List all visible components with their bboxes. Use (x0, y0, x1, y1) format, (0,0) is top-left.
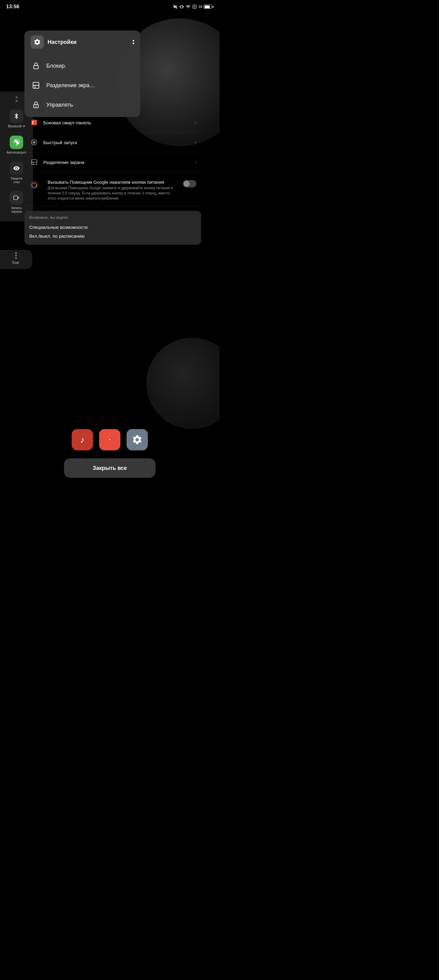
close-small-icon (192, 5, 196, 9)
overflow-dot (132, 40, 134, 41)
google-assistant-toggle[interactable] (183, 180, 196, 188)
divider (24, 172, 201, 175)
moon-background-bottom (146, 338, 219, 429)
context-action-block[interactable]: Блокир. (24, 56, 140, 76)
settings-bottom-icon (132, 434, 143, 445)
screenrecord-label: Запись экрана (7, 206, 26, 213)
google-assistant-text: Вызывать Помощник Google нажатием кнопки… (48, 180, 179, 201)
music-symbol: ♪ (80, 434, 85, 445)
more-label: Еще (13, 261, 19, 264)
split-screen-icon (32, 81, 40, 89)
settings-item-screen-split[interactable]: Разделение экрана › (24, 152, 201, 172)
wifi-icon (186, 4, 190, 9)
divider2 (24, 206, 201, 208)
manage-icon (32, 100, 40, 109)
toggle-knob (184, 181, 190, 187)
screen-split-chevron: › (195, 159, 196, 165)
overflow-menu-icon[interactable] (132, 40, 134, 44)
context-menu-app-name: Настройки (48, 39, 77, 45)
settings-item-quick-launch[interactable]: Быстрый запуск › (24, 132, 201, 152)
maybe-item-schedule[interactable]: Вкл./выкл. по расписанию (29, 232, 196, 240)
google-assistant-desc: Для вызова Помощника Google нажмите и уд… (48, 186, 179, 201)
svg-point-16 (34, 142, 35, 143)
sidebar-dots (16, 96, 18, 102)
settings-content: Боковая смарт-панель › Быстрый запуск › (24, 113, 201, 247)
record-svg (13, 194, 20, 201)
more-dots (15, 252, 17, 259)
manage-label: Управлять (46, 102, 73, 108)
status-bar: 13:56 34 (0, 0, 219, 13)
context-action-split[interactable]: Разделение экра… (24, 76, 140, 95)
lock-icon (32, 62, 40, 70)
bluetooth-label: Bluetooth ▾ (8, 124, 25, 128)
google-assistant-icon (29, 180, 39, 190)
rotate-svg (13, 139, 20, 146)
context-menu-app-info: Настройки (30, 35, 77, 49)
sidebar-dot (16, 100, 18, 102)
block-label: Блокир. (46, 63, 66, 69)
mute-icon (173, 4, 178, 9)
status-icons: 34 (173, 4, 213, 9)
svg-marker-5 (18, 197, 19, 199)
close-all-button[interactable]: Закрыть все (64, 458, 155, 478)
bottom-apps-row: ♪ · (72, 429, 148, 450)
svg-rect-12 (31, 120, 37, 125)
context-menu-header: Настройки (24, 30, 140, 54)
smart-panel-chevron: › (195, 120, 196, 125)
quick-launch-text: Быстрый запуск (43, 140, 190, 145)
battery-indicator: 34 (198, 5, 213, 9)
more-dot (15, 255, 17, 256)
google-assistant-title: Вызывать Помощник Google нажатием кнопки… (48, 180, 179, 185)
split-label: Разделение экра… (46, 82, 95, 89)
bluetooth-svg (13, 113, 20, 119)
screen-split-text: Разделение экрана (43, 160, 190, 165)
app-icon-music[interactable]: ♪ (72, 429, 93, 450)
smart-panel-title: Боковая смарт-панель (43, 120, 190, 125)
google-svg (30, 181, 38, 189)
maybe-looking-for-section: Возможно, вы ищете: Специальные возможно… (24, 211, 201, 245)
maybe-title: Возможно, вы ищете: (29, 215, 196, 220)
context-menu-actions: Блокир. Разделение экра… У (24, 54, 140, 117)
panel-svg (30, 119, 38, 126)
status-time: 13:56 (6, 4, 19, 10)
smart-panel-text: Боковая смарт-панель (43, 120, 190, 125)
quick-launch-title: Быстрый запуск (43, 140, 190, 145)
autorotate-label: Автоповорот (7, 151, 27, 154)
sidebar-dot (16, 96, 18, 99)
quick-launch-icon (29, 137, 39, 147)
autorotate-toggle-icon (10, 135, 23, 149)
eye-svg (13, 165, 20, 172)
battery-percent: 34 (198, 5, 203, 9)
settings-app-icon (30, 35, 44, 49)
more-dot (15, 257, 17, 259)
mi-symbol: · (109, 436, 111, 444)
svg-rect-13 (32, 121, 33, 124)
bluetooth-toggle-icon (10, 110, 23, 123)
svg-rect-4 (14, 196, 18, 200)
screen-split-title: Разделение экрана (43, 160, 190, 165)
eyeprotect-label: Защита глаз (7, 177, 26, 184)
maybe-item-accessibility[interactable]: Специальные возможности (29, 223, 196, 232)
smart-panel-icon (29, 118, 39, 127)
screenrecord-toggle-icon (10, 191, 23, 204)
quick-launch-chevron: › (195, 140, 196, 145)
overflow-dot (132, 43, 134, 44)
svg-rect-6 (34, 65, 38, 69)
sidebar-more-section[interactable]: Еще (0, 250, 32, 269)
close-all-label: Закрыть все (93, 465, 127, 471)
context-action-manage[interactable]: Управлять (24, 95, 140, 115)
vibrate-icon (180, 5, 184, 9)
app-icon-settings[interactable] (126, 429, 148, 450)
quick-svg (30, 138, 38, 146)
settings-gear-icon (34, 38, 41, 46)
eyeprotect-toggle-icon (10, 162, 23, 175)
app-icon-mi[interactable]: · (99, 429, 120, 450)
split-svg (30, 159, 38, 166)
more-dot (15, 252, 17, 254)
svg-point-11 (35, 106, 36, 107)
screen-split-icon (29, 157, 39, 167)
context-menu: Настройки Блокир. (24, 30, 140, 117)
settings-item-google-assistant[interactable]: Вызывать Помощник Google нажатием кнопки… (24, 175, 201, 206)
